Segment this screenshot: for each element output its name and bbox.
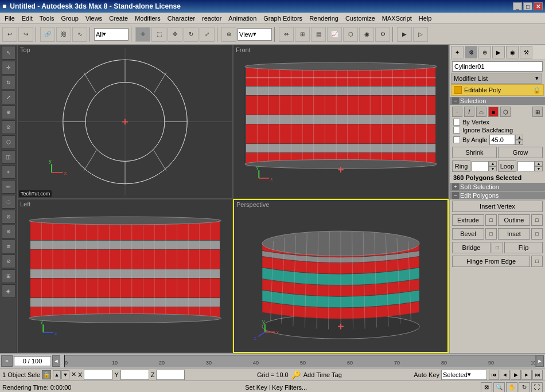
- viewport-front[interactable]: Front: [233, 45, 449, 199]
- align-button[interactable]: ⊞: [295, 27, 310, 42]
- selected-dropdown[interactable]: Selected▾: [441, 370, 487, 380]
- collapse-selection[interactable]: −: [452, 97, 459, 104]
- outline-button[interactable]: Outline: [498, 214, 530, 226]
- zoom-extents-button[interactable]: ⊠: [481, 382, 492, 393]
- maximize-viewport-button[interactable]: ⛶: [531, 382, 543, 393]
- material-button[interactable]: ◉: [359, 27, 374, 42]
- flip-button[interactable]: Flip: [504, 242, 543, 253]
- hinge-options[interactable]: □: [531, 256, 543, 267]
- motion-tab[interactable]: ▶: [492, 46, 505, 58]
- section-edit-polygons[interactable]: − Edit Polygons: [450, 191, 545, 199]
- frame-counter[interactable]: 0 / 100: [14, 356, 51, 366]
- angle-up-button[interactable]: ▲: [515, 135, 523, 140]
- link-button[interactable]: 🔗: [40, 27, 55, 42]
- timeline-menu[interactable]: ≡: [1, 355, 13, 367]
- z-coord-input[interactable]: [156, 370, 185, 380]
- by-vertex-checkbox[interactable]: [453, 119, 460, 126]
- extrude-button[interactable]: Extrude: [452, 214, 484, 226]
- y-coord-input[interactable]: [120, 370, 149, 380]
- create-tab[interactable]: ✦: [451, 46, 464, 58]
- x-coord-input[interactable]: [84, 370, 112, 380]
- bevel-button[interactable]: Bevel: [452, 228, 484, 240]
- curve-editor-button[interactable]: 📈: [327, 27, 342, 42]
- collapse-soft-selection[interactable]: +: [452, 183, 459, 190]
- menu-tools[interactable]: Tools: [36, 14, 58, 22]
- timeline-track[interactable]: 0 10 20 30 40 50 60 70 80 90 100: [64, 355, 536, 367]
- bridge-options[interactable]: □: [492, 242, 503, 253]
- view-dropdown[interactable]: View▾: [238, 28, 272, 41]
- ring-up[interactable]: ▲: [489, 161, 497, 166]
- tool-unknown1[interactable]: ⊕: [2, 105, 15, 119]
- render-button[interactable]: ⚙: [375, 27, 390, 42]
- viewport-perspective[interactable]: Perspective: [233, 199, 449, 353]
- quick-render-button[interactable]: ▷: [413, 27, 428, 42]
- menu-reactor[interactable]: reactor: [198, 14, 225, 22]
- ring-button[interactable]: Ring: [452, 160, 470, 172]
- bevel-options[interactable]: □: [485, 228, 497, 240]
- tool-unknown8[interactable]: ⊛: [2, 225, 15, 238]
- transform-down[interactable]: ▼: [61, 370, 69, 379]
- outline-options[interactable]: □: [531, 214, 543, 226]
- utilities-tab[interactable]: ⚒: [520, 46, 532, 58]
- section-soft-selection[interactable]: + Soft Selection: [450, 183, 545, 191]
- tool-unknown4[interactable]: ◫: [2, 150, 15, 164]
- minimize-button[interactable]: _: [513, 2, 522, 10]
- tool-unknown5[interactable]: ⌖: [2, 165, 15, 179]
- menu-modifiers[interactable]: Modifiers: [131, 14, 164, 22]
- go-to-start[interactable]: ⏮: [489, 370, 499, 380]
- tool-select[interactable]: ↖: [2, 46, 15, 60]
- key-icon[interactable]: 🔑: [290, 370, 302, 380]
- tool-rotate[interactable]: ↻: [2, 76, 15, 89]
- object-name-input[interactable]: [452, 61, 543, 72]
- vertex-select[interactable]: ·: [452, 107, 462, 117]
- stack-select[interactable]: ⊞: [532, 107, 543, 117]
- menu-views[interactable]: Views: [82, 14, 106, 22]
- bridge-button[interactable]: Bridge: [452, 242, 490, 253]
- next-frame[interactable]: ►: [521, 370, 532, 380]
- viewport-top[interactable]: Top: [17, 45, 233, 199]
- tool-unknown9[interactable]: ≋: [2, 240, 15, 253]
- viewport-left[interactable]: Left: [17, 199, 233, 353]
- loop-up[interactable]: ▲: [535, 161, 543, 166]
- menu-maxscript[interactable]: MAXScript: [379, 14, 415, 22]
- hinge-button[interactable]: Hinge From Edge: [452, 256, 530, 267]
- tool-paint[interactable]: ✏: [2, 180, 15, 194]
- tool-unknown6[interactable]: ◌: [2, 195, 15, 209]
- menu-customize[interactable]: Customize: [342, 14, 379, 22]
- prev-frame[interactable]: ◄: [500, 370, 510, 380]
- extrude-options[interactable]: □: [485, 214, 497, 226]
- grow-button[interactable]: Grow: [498, 147, 543, 158]
- border-select[interactable]: ⌓: [476, 107, 486, 117]
- menu-group[interactable]: Group: [57, 14, 82, 22]
- tool-unknown10[interactable]: ⊜: [2, 254, 15, 268]
- schematic-button[interactable]: ⬡: [343, 27, 358, 42]
- tool-unknown2[interactable]: ⊙: [2, 120, 15, 134]
- menu-graph-editors[interactable]: Graph Editors: [260, 14, 306, 22]
- view-button[interactable]: ⊕: [221, 27, 236, 42]
- mirror-button[interactable]: ⇔: [279, 27, 294, 42]
- select-rotate-button[interactable]: ↻: [184, 27, 198, 42]
- edge-select[interactable]: /: [464, 107, 474, 117]
- filter-dropdown[interactable]: All▾: [94, 28, 129, 41]
- by-angle-checkbox[interactable]: [453, 136, 460, 143]
- layer-button[interactable]: ▤: [311, 27, 326, 42]
- loop-down[interactable]: ▼: [535, 166, 543, 171]
- select-region-button[interactable]: ⬚: [151, 27, 166, 42]
- tool-unknown11[interactable]: ⊞: [2, 269, 15, 283]
- tool-move[interactable]: ✛: [2, 61, 15, 75]
- zoom-button[interactable]: 🔍: [493, 382, 505, 393]
- timeline-scroll-left[interactable]: ◄: [52, 355, 60, 367]
- ignore-backfacing-checkbox[interactable]: [453, 127, 460, 134]
- redo-button[interactable]: ↪: [18, 27, 33, 42]
- display-tab[interactable]: ◉: [506, 46, 519, 58]
- undo-button[interactable]: ↩: [2, 27, 17, 42]
- delete-icon[interactable]: ✕: [71, 371, 76, 378]
- tool-scale[interactable]: ⤢: [2, 91, 15, 104]
- collapse-edit-polygons[interactable]: −: [452, 192, 459, 199]
- angle-value-input[interactable]: [489, 135, 515, 145]
- shrink-button[interactable]: Shrink: [452, 147, 497, 158]
- tool-unknown3[interactable]: ⬡: [2, 135, 15, 149]
- pan-button[interactable]: ✋: [506, 382, 517, 393]
- close-button[interactable]: ✕: [534, 2, 543, 10]
- select-button[interactable]: ✛: [135, 27, 150, 42]
